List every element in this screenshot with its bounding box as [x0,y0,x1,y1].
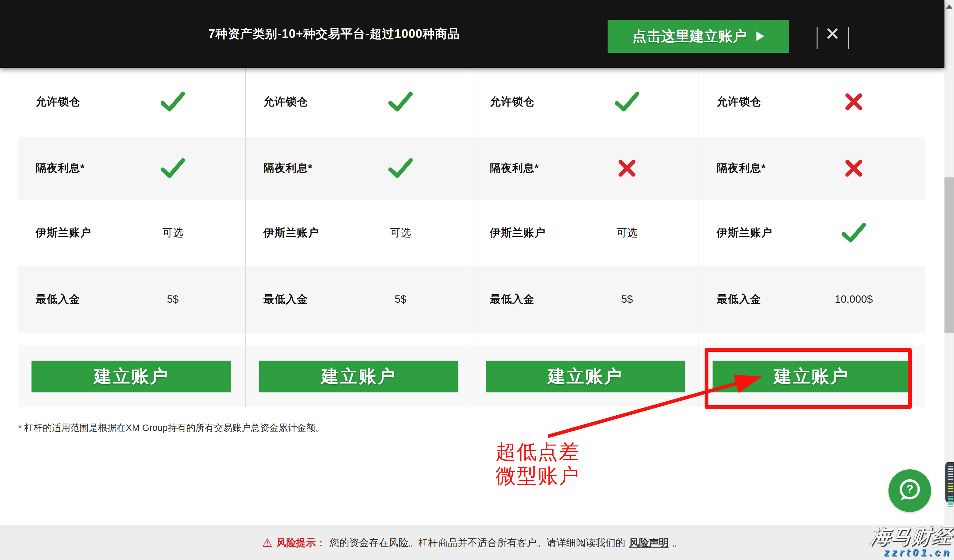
check-icon [349,92,451,112]
row-label: 允许锁仓 [36,95,80,109]
create-account-button[interactable]: 建立账户 [486,361,685,392]
risk-text: 您的资金存在风险。杠杆商品并不适合所有客户。请详细阅读我们的 [330,536,625,549]
risk-suffix: 。 [672,536,682,549]
separator [817,27,818,49]
highlight-box [705,348,912,409]
cross-icon [576,159,678,177]
cta-label: 点击这里建立账户 [632,27,747,46]
cross-icon [803,93,905,111]
account-comparison-page: 允许锁仓隔夜利息*伊斯兰账户可选最低入金5$建立账户允许锁仓隔夜利息*伊斯兰账户… [0,0,954,560]
row-label: 最低入金 [36,292,80,306]
annotation-text: 超低点差 微型账户 [496,439,580,488]
widget-stripes [948,483,953,493]
cross-icon [803,159,905,177]
create-account-button[interactable]: 建立账户 [31,361,231,392]
row-label: 伊斯兰账户 [717,226,772,240]
check-icon [349,158,451,178]
row-label: 伊斯兰账户 [36,226,91,240]
row-label: 允许锁仓 [717,95,761,109]
widget-stripes [948,466,953,480]
side-widget-tab[interactable] [945,462,954,502]
create-account-cta-button[interactable]: 点击这里建立账户 [608,20,789,53]
close-icon[interactable]: ✕ [820,0,845,68]
row-label: 伊斯兰账户 [490,226,546,240]
leverage-footnote: * 杠杆的适用范围是根据在XM Group持有的所有交易账户总资金累计金额。 [18,422,325,434]
widget-stripes [948,496,953,508]
help-chat-button[interactable]: ? [889,469,931,512]
row-value: 5$ [576,293,678,305]
warning-icon: ⚠ [262,537,272,549]
row-label: 隔夜利息* [263,161,312,176]
check-icon [122,92,224,112]
row-label: 伊斯兰账户 [263,226,319,240]
row-value: 可选 [122,226,224,240]
scroll-up-button[interactable] [946,5,952,9]
annotation-line: 微型账户 [496,464,580,488]
promo-top-bar: 7种资产类别-10+种交易平台-超过1000种商品 点击这里建立账户 ✕ [0,0,945,68]
row-label: 最低入金 [490,292,535,306]
row-value: 10,000$ [803,293,905,305]
play-arrow-icon [756,31,764,41]
svg-text:?: ? [906,482,913,496]
check-icon [122,158,224,178]
risk-warning-bar: ⚠ 风险提示： 您的资金存在风险。杠杆商品并不适合所有客户。请详细阅读我们的风险… [0,525,945,560]
question-chat-icon: ? [893,474,926,507]
account-column: 允许锁仓隔夜利息*伊斯兰账户可选最低入金5$建立账户 [472,68,698,407]
row-value: 可选 [576,226,678,240]
risk-label: 风险提示： [276,536,326,549]
annotation-line: 超低点差 [496,439,580,464]
separator [848,27,849,49]
check-icon [576,92,678,112]
row-value: 5$ [122,293,224,305]
promo-title: 7种资产类别-10+种交易平台-超过1000种商品 [208,0,460,68]
row-label: 允许锁仓 [490,95,535,109]
row-label: 最低入金 [717,292,761,306]
risk-statement-link[interactable]: 风险声明 [629,536,669,549]
row-label: 最低入金 [263,292,308,306]
account-column: 允许锁仓隔夜利息*伊斯兰账户可选最低入金5$建立账户 [18,68,245,407]
check-icon [803,222,905,243]
create-account-button[interactable]: 建立账户 [259,361,458,392]
row-label: 隔夜利息* [490,161,539,176]
account-column: 允许锁仓隔夜利息*伊斯兰账户可选最低入金5$建立账户 [246,68,472,407]
row-label: 隔夜利息* [717,161,766,176]
row-value: 5$ [349,293,451,305]
row-value: 可选 [349,226,451,240]
scrollbar-thumb[interactable] [945,177,954,333]
row-label: 隔夜利息* [36,161,85,176]
row-label: 允许锁仓 [263,95,308,109]
